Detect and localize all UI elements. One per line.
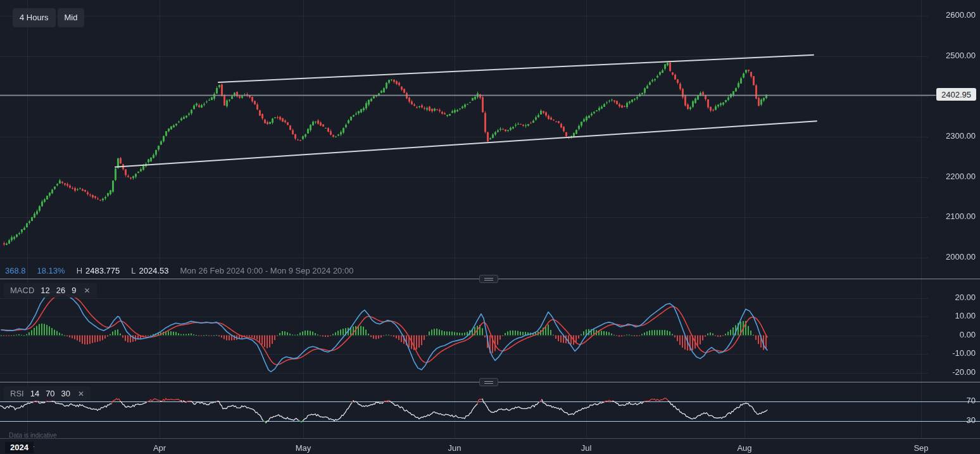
high-stat: H 2483.775 [77, 266, 120, 275]
price-axis-label: 2100.00 [946, 211, 976, 221]
macd-param-signal: 9 [72, 286, 76, 295]
low-stat: L 2024.53 [131, 266, 168, 275]
price-axis-label: 2500.00 [946, 51, 976, 60]
macd-param-fast: 12 [41, 286, 49, 295]
macd-panel-resize-handle[interactable] [479, 275, 498, 283]
current-price-badge: 2402.95 [936, 88, 976, 101]
time-axis-label: May [296, 443, 311, 453]
low-value: 2024.53 [139, 266, 169, 275]
rsi-indicator-legend[interactable]: RSI 14 70 30 ✕ [4, 386, 91, 401]
macd-axis-label: -20.00 [952, 367, 976, 377]
chart-toolbar: 4 Hours Mid [13, 8, 84, 27]
range-points: 368.8 [5, 266, 26, 275]
rsi-param-lower: 30 [61, 389, 70, 398]
macd-close-icon[interactable]: ✕ [82, 286, 90, 295]
macd-axis-label: -10.00 [952, 348, 976, 358]
rsi-panel-resize-handle[interactable] [479, 378, 498, 386]
rsi-title: RSI [10, 389, 24, 398]
price-axis-label: 2000.00 [946, 252, 976, 262]
rsi-axis-label: 30 [967, 415, 976, 425]
instrument-stats-row: 368.8 18.13% H 2483.775 L 2024.53 Mon 26… [5, 266, 353, 275]
macd-axis-label: 10.00 [955, 311, 976, 320]
rsi-close-icon[interactable]: ✕ [77, 389, 84, 398]
macd-axis-label: 0.00 [960, 330, 976, 339]
macd-indicator-legend[interactable]: MACD 12 26 9 ✕ [4, 283, 97, 298]
time-axis-label: Aug [737, 443, 751, 453]
time-axis-label: Apr [153, 443, 166, 453]
macd-axis-label: 20.00 [955, 293, 976, 302]
data-indicative-note: Data is indicative [9, 432, 57, 439]
price-axis-label: 2300.00 [946, 131, 976, 141]
time-axis-label: Jul [581, 443, 592, 453]
macd-param-slow: 26 [56, 286, 65, 295]
time-axis-year-badge: 2024 [5, 442, 34, 453]
time-axis-label: Jun [448, 443, 462, 453]
time-axis-label: Sep [914, 443, 928, 453]
high-value: 2483.775 [85, 266, 120, 275]
rsi-param-upper: 70 [46, 389, 54, 398]
price-axis-label: 2600.00 [946, 10, 976, 20]
range-percent: 18.13% [37, 266, 65, 275]
price-axis-label: 2200.00 [946, 172, 976, 181]
macd-title: MACD [10, 286, 34, 295]
rsi-axis-label: 70 [967, 396, 976, 405]
timeframe-button[interactable]: 4 Hours [13, 8, 56, 27]
low-label: L [131, 266, 135, 275]
period-range: Mon 26 Feb 2024 0:00 - Mon 9 Sep 2024 20… [180, 266, 354, 275]
price-type-button[interactable]: Mid [58, 8, 85, 27]
rsi-param-period: 14 [30, 389, 39, 398]
high-label: H [77, 266, 82, 275]
